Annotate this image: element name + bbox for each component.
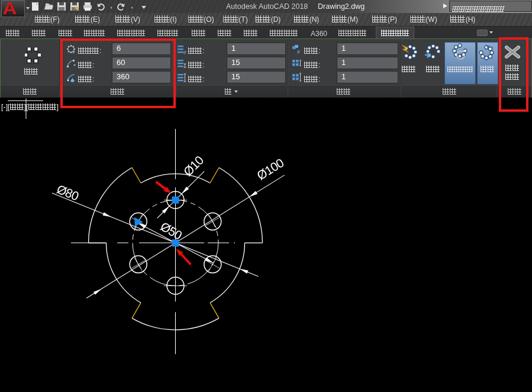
svg-text:Ø50: Ø50 [158, 219, 184, 242]
svg-text:Ø100: Ø100 [254, 156, 286, 183]
svg-text:Ø80: Ø80 [55, 182, 80, 203]
svg-text:Ø10: Ø10 [180, 153, 206, 179]
